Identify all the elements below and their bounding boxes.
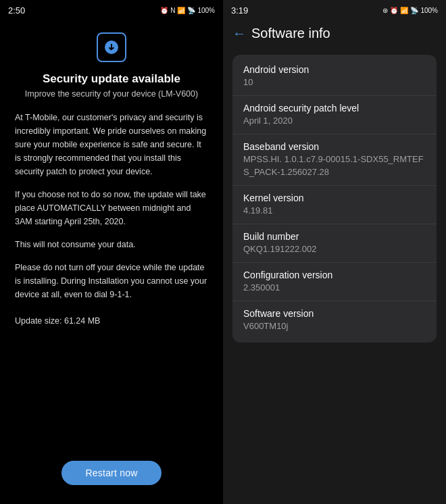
- software-version-value: V600TM10j: [243, 320, 426, 332]
- android-version-value: 10: [243, 76, 426, 89]
- update-size: Update size: 61.24 MB: [15, 316, 208, 326]
- kernel-version-value: 4.19.81: [243, 205, 426, 217]
- status-bar-right: 3:19 ⊛ ⏰ 📶 📡 100%: [223, 0, 446, 19]
- back-button[interactable]: ←: [232, 26, 246, 41]
- right-panel: 3:19 ⊛ ⏰ 📶 📡 100% ← Software info Androi…: [223, 0, 446, 504]
- software-info-card: Android version 10 Android security patc…: [232, 55, 437, 343]
- baseband-version-value: MPSS.HI. 1.0.1.c7.9-00015.1-SDX55_RMTEFS…: [243, 153, 426, 178]
- build-number-value: QKQ1.191222.002: [243, 243, 426, 255]
- config-version-row: Configuration version 2.350001: [232, 263, 437, 301]
- signal-icon: 📶: [177, 7, 185, 14]
- right-status-icons: ⊛ ⏰ 📶 📡 100%: [382, 7, 438, 14]
- body-paragraph-1: At T-Mobile, our customer's privacy and …: [15, 111, 208, 178]
- alarm-icon-r: ⏰: [390, 7, 398, 14]
- body-paragraph-2: If you choose not to do so now, the upda…: [15, 188, 208, 228]
- body-paragraph-4: Please do not turn off your device while…: [15, 261, 208, 301]
- baseband-version-row: Baseband version MPSS.HI. 1.0.1.c7.9-000…: [232, 134, 437, 185]
- right-header: ← Software info: [223, 19, 446, 48]
- update-subtitle: Improve the security of your device (LM-…: [15, 89, 208, 99]
- update-icon-wrap: [15, 32, 208, 62]
- security-patch-label: Android security patch level: [243, 103, 426, 114]
- battery-icon: 100%: [197, 7, 215, 14]
- config-version-value: 2.350001: [243, 282, 426, 294]
- build-number-row: Build number QKQ1.191222.002: [232, 224, 437, 263]
- status-bar-left: 2:50 ⏰ N 📶 📡 100%: [0, 0, 223, 19]
- kernel-version-row: Kernel version 4.19.81: [232, 186, 437, 224]
- body-paragraph-3: This will not consume your data.: [15, 238, 208, 251]
- security-patch-value: April 1, 2020: [243, 115, 426, 127]
- restart-button-wrap: Restart now: [0, 461, 223, 485]
- left-panel: 2:50 ⏰ N 📶 📡 100% Security update availa…: [0, 0, 223, 504]
- build-number-label: Build number: [243, 231, 426, 242]
- update-title: Security update available: [15, 72, 208, 86]
- software-info-title: Software info: [251, 26, 330, 41]
- software-version-label: Software version: [243, 308, 426, 319]
- restart-now-button[interactable]: Restart now: [61, 461, 162, 485]
- baseband-version-label: Baseband version: [243, 141, 426, 152]
- alarm-icon: ⏰: [160, 7, 168, 14]
- right-content: Android version 10 Android security patc…: [223, 48, 446, 504]
- wifi-icon-r: 📡: [410, 7, 418, 14]
- nfc-icon: N: [170, 7, 175, 14]
- signal-icon-r: 📶: [400, 7, 408, 14]
- config-version-label: Configuration version: [243, 270, 426, 280]
- wifi-icon: 📡: [187, 7, 195, 14]
- update-body: At T-Mobile, our customer's privacy and …: [15, 111, 208, 311]
- android-version-label: Android version: [243, 64, 426, 75]
- android-version-row: Android version 10: [232, 57, 437, 96]
- update-icon: [97, 32, 126, 62]
- left-content: Security update available Improve the se…: [0, 19, 223, 504]
- kernel-version-label: Kernel version: [243, 193, 426, 203]
- software-version-row: Software version V600TM10j: [232, 301, 437, 339]
- bt-icon: ⊛: [382, 7, 388, 14]
- left-time: 2:50: [8, 5, 25, 16]
- left-status-icons: ⏰ N 📶 📡 100%: [160, 7, 215, 14]
- battery-icon-r: 100%: [420, 7, 438, 14]
- security-patch-row: Android security patch level April 1, 20…: [232, 96, 437, 134]
- right-time: 3:19: [231, 5, 248, 16]
